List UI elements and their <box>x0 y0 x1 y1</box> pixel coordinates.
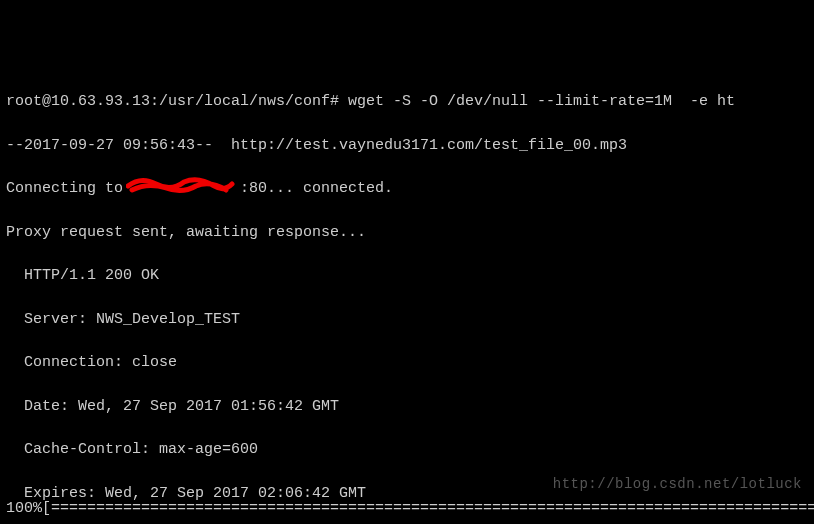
cache-control-header: Cache-Control: max-age=600 <box>6 439 808 461</box>
connection-header: Connection: close <box>6 352 808 374</box>
watermark-text: http://blog.csdn.net/lotluck <box>553 474 802 494</box>
wget-timestamp-line: --2017-09-27 09:56:43-- http://test.vayn… <box>6 135 808 157</box>
http-status-line: HTTP/1.1 200 OK <box>6 265 808 287</box>
progress-line: 100%[===================================… <box>6 498 808 520</box>
connecting-suffix: :80... connected. <box>240 180 393 197</box>
redacted-host <box>132 178 240 200</box>
shell-prompt-line: root@10.63.93.13:/usr/local/nws/conf# wg… <box>6 91 808 113</box>
proxy-request-line: Proxy request sent, awaiting response... <box>6 222 808 244</box>
date-header: Date: Wed, 27 Sep 2017 01:56:42 GMT <box>6 396 808 418</box>
connecting-prefix: Connecting to <box>6 180 132 197</box>
server-header: Server: NWS_Develop_TEST <box>6 309 808 331</box>
connecting-line: Connecting to :80... connected. <box>6 178 808 200</box>
